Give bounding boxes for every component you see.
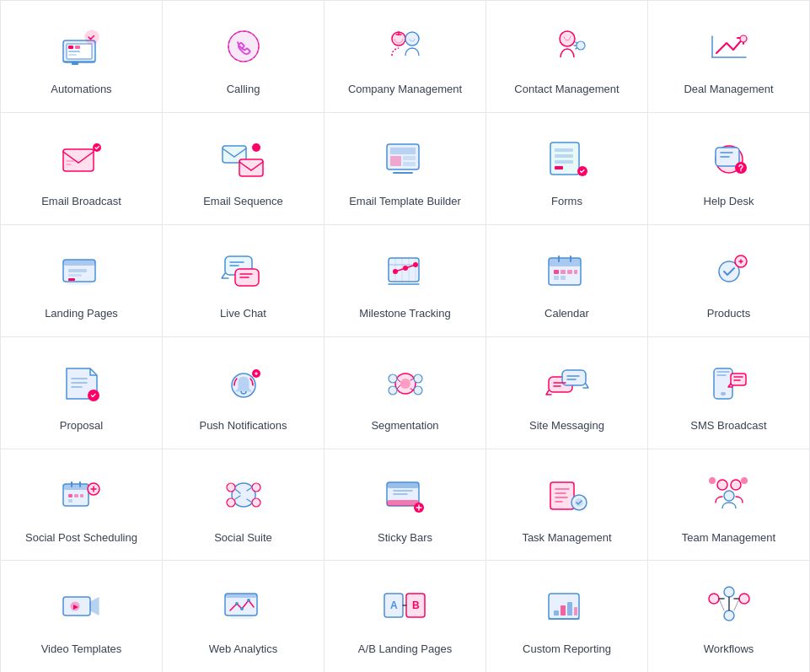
- products-grid: Automations Calling Company Management C…: [0, 0, 810, 672]
- svg-point-115: [739, 594, 749, 604]
- product-cell-contact-management[interactable]: Contact Management: [486, 1, 648, 113]
- svg-text:B: B: [412, 599, 420, 611]
- automations-icon: [52, 19, 111, 74]
- svg-rect-112: [574, 607, 577, 616]
- social-suite-icon: [214, 468, 273, 523]
- team-management-icon: [700, 468, 759, 523]
- svg-rect-41: [67, 282, 92, 285]
- svg-point-65: [389, 386, 397, 395]
- svg-point-64: [414, 374, 422, 383]
- product-cell-site-messaging[interactable]: Site Messaging: [486, 337, 648, 449]
- product-cell-products[interactable]: Products: [648, 225, 810, 337]
- live-chat-icon: [214, 244, 273, 298]
- svg-rect-52: [567, 270, 572, 274]
- product-cell-automations[interactable]: Automations: [1, 1, 163, 113]
- product-cell-push-notifications[interactable]: Push Notifications: [163, 337, 325, 449]
- web-analytics-icon: [214, 579, 273, 634]
- svg-rect-29: [555, 160, 573, 164]
- social-post-scheduling-icon: [52, 468, 111, 523]
- svg-rect-74: [68, 494, 72, 497]
- product-cell-email-template-builder[interactable]: Email Template Builder: [325, 113, 486, 225]
- svg-point-92: [731, 480, 741, 490]
- social-post-scheduling-label: Social Post Scheduling: [25, 531, 137, 546]
- product-cell-video-templates[interactable]: Video Templates: [1, 561, 163, 672]
- svg-rect-99: [225, 594, 257, 598]
- product-cell-sms-broadcast[interactable]: SMS Broadcast: [648, 337, 810, 449]
- product-cell-live-chat[interactable]: Live Chat: [163, 225, 325, 337]
- svg-rect-75: [74, 494, 78, 497]
- svg-point-35: [740, 170, 742, 172]
- team-management-label: Team Management: [682, 531, 775, 546]
- svg-rect-25: [403, 162, 416, 166]
- svg-rect-38: [68, 269, 87, 272]
- svg-point-14: [577, 41, 585, 50]
- product-cell-landing-pages[interactable]: Landing Pages: [1, 225, 163, 337]
- product-cell-sticky-bars[interactable]: Sticky Bars: [325, 449, 486, 562]
- product-cell-web-analytics[interactable]: Web Analytics: [163, 561, 325, 672]
- svg-point-83: [252, 498, 260, 507]
- svg-rect-73: [63, 484, 89, 490]
- svg-rect-50: [554, 270, 559, 274]
- product-cell-social-post-scheduling[interactable]: Social Post Scheduling: [1, 449, 163, 562]
- product-cell-team-management[interactable]: Team Management: [648, 449, 810, 562]
- svg-rect-20: [239, 159, 263, 176]
- email-broadcast-icon: [52, 132, 111, 186]
- segmentation-icon: [376, 356, 435, 411]
- product-cell-calendar[interactable]: Calendar: [486, 225, 648, 337]
- svg-rect-71: [731, 374, 746, 385]
- svg-rect-40: [68, 278, 75, 281]
- ab-landing-pages-label: A/B Landing Pages: [358, 642, 452, 657]
- svg-point-100: [235, 602, 239, 605]
- email-sequence-icon: [214, 132, 273, 186]
- svg-point-63: [389, 374, 397, 383]
- svg-point-19: [252, 143, 260, 152]
- svg-text:A: A: [390, 599, 398, 611]
- svg-rect-24: [403, 156, 416, 160]
- contact-management-label: Contact Management: [514, 83, 619, 97]
- svg-rect-4: [68, 51, 80, 52]
- svg-rect-86: [387, 500, 419, 506]
- svg-point-17: [93, 143, 101, 152]
- landing-pages-label: Landing Pages: [45, 307, 118, 321]
- product-cell-company-management[interactable]: Company Management: [325, 1, 486, 113]
- product-cell-milestone-tracking[interactable]: Milestone Tracking: [325, 225, 486, 337]
- sticky-bars-icon: [376, 468, 435, 523]
- proposal-label: Proposal: [60, 419, 103, 433]
- product-cell-custom-reporting[interactable]: Custom Reporting: [486, 561, 648, 672]
- calling-icon: [214, 19, 273, 74]
- products-icon: [700, 244, 759, 298]
- product-cell-calling[interactable]: Calling: [163, 1, 325, 113]
- product-cell-social-suite[interactable]: Social Suite: [163, 449, 325, 562]
- svg-point-93: [724, 491, 734, 501]
- live-chat-label: Live Chat: [220, 307, 266, 321]
- svg-point-114: [724, 587, 734, 597]
- product-cell-segmentation[interactable]: Segmentation: [325, 337, 486, 449]
- svg-point-80: [227, 483, 235, 492]
- product-cell-forms[interactable]: Forms: [486, 113, 648, 225]
- svg-point-102: [247, 599, 250, 602]
- contact-management-icon: [538, 19, 597, 74]
- forms-icon: [538, 132, 597, 186]
- svg-rect-109: [554, 610, 559, 616]
- ab-landing-pages-icon: A B: [376, 579, 435, 634]
- svg-point-34: [735, 162, 747, 174]
- product-cell-email-broadcast[interactable]: Email Broadcast: [1, 113, 163, 225]
- web-analytics-label: Web Analytics: [209, 642, 277, 657]
- calling-label: Calling: [227, 83, 260, 97]
- sms-broadcast-label: SMS Broadcast: [690, 419, 766, 433]
- product-cell-deal-management[interactable]: Deal Management: [648, 1, 810, 113]
- product-cell-ab-landing-pages[interactable]: A B A/B Landing Pages: [325, 561, 486, 672]
- product-cell-help-desk[interactable]: Help Desk: [648, 113, 810, 225]
- svg-rect-22: [390, 148, 416, 154]
- svg-rect-85: [387, 482, 419, 488]
- task-management-icon: [538, 468, 597, 523]
- product-cell-email-sequence[interactable]: Email Sequence: [163, 113, 325, 225]
- email-sequence-label: Email Sequence: [203, 195, 283, 209]
- svg-point-95: [709, 477, 716, 484]
- deal-management-icon: [700, 19, 759, 74]
- product-cell-workflows[interactable]: Workflows: [648, 561, 810, 672]
- product-cell-task-management[interactable]: Task Management: [486, 449, 648, 562]
- push-notifications-label: Push Notifications: [199, 419, 287, 433]
- svg-rect-3: [75, 46, 80, 49]
- product-cell-proposal[interactable]: Proposal: [1, 337, 163, 449]
